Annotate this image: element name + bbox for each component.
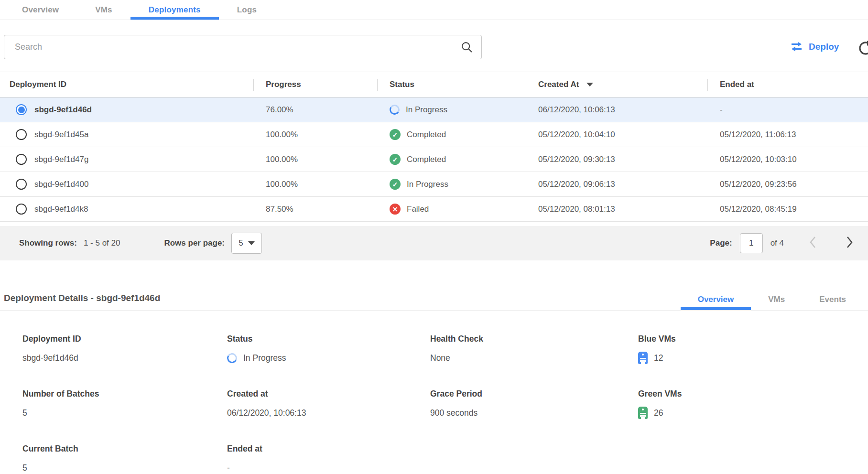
- rows-per-page-label: Rows per page:: [164, 238, 225, 248]
- progress-value: 100.00%: [253, 180, 377, 189]
- check-circle-icon: ✓: [390, 179, 401, 190]
- field-value: 06/12/2020, 10:06:13: [227, 408, 306, 418]
- progress-value: 100.00%: [253, 155, 377, 164]
- field-value: 5: [22, 463, 27, 473]
- deployment-id: sbgd-9ef1d400: [34, 180, 88, 189]
- field-status: Status In Progress: [227, 334, 430, 364]
- tab-overview[interactable]: Overview: [4, 0, 77, 20]
- row-select-radio[interactable]: [16, 204, 27, 215]
- chevron-down-icon: [248, 241, 255, 245]
- page-number-input[interactable]: [740, 233, 763, 253]
- table-row[interactable]: sbgd-9ef1d45a 100.00% ✓ Completed 05/12/…: [0, 122, 868, 147]
- created-at-value: 05/12/2020, 10:04:10: [526, 130, 707, 140]
- created-at-value: 05/12/2020, 09:30:13: [526, 155, 707, 164]
- page-label: Page:: [710, 238, 732, 248]
- vm-blue-icon: [638, 352, 648, 364]
- field-label: Ended at: [227, 444, 430, 454]
- ended-at-value: 05/12/2020, 09:23:56: [707, 180, 868, 189]
- table-row[interactable]: sbgd-9ef1d47g 100.00% ✓ Completed 05/12/…: [0, 147, 868, 172]
- row-select-radio[interactable]: [16, 154, 27, 165]
- field-value: In Progress: [243, 353, 286, 363]
- field-value: 12: [654, 353, 663, 363]
- progress-value: 87.50%: [253, 205, 377, 214]
- field-value: 26: [654, 408, 663, 418]
- deployment-details-panel: Deployment Details - sbgd-9ef1d46d Overv…: [0, 280, 868, 474]
- col-header-ended-at[interactable]: Ended at: [707, 80, 868, 89]
- status-cell: In Progress: [377, 105, 526, 115]
- progress-value: 76.00%: [253, 105, 377, 115]
- deployment-id: sbgd-9ef1d45a: [34, 130, 88, 140]
- search-icon[interactable]: [460, 41, 474, 54]
- ended-at-value: 05/12/2020, 08:45:19: [707, 205, 868, 214]
- rows-per-page-select[interactable]: 5: [231, 233, 262, 254]
- table-row[interactable]: sbgd-9ef1d46d 76.00% In Progress 06/12/2…: [0, 97, 868, 122]
- field-label: Health Check: [430, 334, 638, 344]
- field-created-at: Created at 06/12/2020, 10:06:13: [227, 389, 430, 419]
- spinner-icon: [226, 352, 239, 364]
- column-divider: [253, 79, 254, 91]
- status-label: Completed: [407, 155, 446, 164]
- row-select-radio[interactable]: [16, 129, 27, 140]
- showing-rows-label: Showing rows:: [19, 238, 77, 248]
- field-value: 5: [22, 408, 27, 418]
- ended-at-value: 05/12/2020, 10:03:10: [707, 155, 868, 164]
- field-green-vms: Green VMs 26: [638, 389, 868, 419]
- field-value: -: [227, 463, 230, 473]
- field-label: Green VMs: [638, 389, 868, 399]
- row-select-radio[interactable]: [16, 104, 27, 115]
- spinner-icon: [389, 104, 401, 116]
- status-label: Completed: [407, 130, 446, 140]
- field-label: Current Batch: [22, 444, 227, 454]
- deployment-id: sbgd-9ef1d4k8: [34, 205, 88, 214]
- status-label: Failed: [407, 205, 429, 214]
- progress-value: 100.00%: [253, 130, 377, 140]
- field-health-check: Health Check None: [430, 334, 638, 364]
- vm-green-icon: [638, 407, 648, 419]
- column-divider: [707, 79, 708, 91]
- table-row[interactable]: sbgd-9ef1d400 100.00% ✓ In Progress 05/1…: [0, 172, 868, 197]
- refresh-button[interactable]: [857, 40, 868, 56]
- details-tab-events[interactable]: Events: [802, 295, 863, 310]
- col-header-created-at[interactable]: Created At: [526, 80, 707, 89]
- table-pagination-bar: Showing rows: 1 - 5 of 20 Rows per page:…: [0, 226, 868, 260]
- details-tab-overview[interactable]: Overview: [681, 295, 751, 310]
- field-ended-at: Ended at -: [227, 444, 430, 474]
- next-page-button[interactable]: [846, 236, 854, 251]
- field-value: sbgd-9ef1d46d: [22, 353, 78, 363]
- field-grace-period: Grace Period 900 seconds: [430, 389, 638, 419]
- check-circle-icon: ✓: [390, 129, 401, 140]
- deploy-button[interactable]: Deploy: [790, 41, 839, 52]
- deploy-button-label: Deploy: [809, 42, 839, 52]
- previous-page-button[interactable]: [809, 236, 816, 251]
- field-deployment-id: Deployment ID sbgd-9ef1d46d: [22, 334, 227, 364]
- search-input[interactable]: [4, 42, 460, 52]
- col-header-progress[interactable]: Progress: [253, 80, 377, 89]
- field-label: Deployment ID: [22, 334, 227, 344]
- ended-at-value: -: [707, 105, 868, 115]
- tab-vms[interactable]: VMs: [77, 0, 130, 20]
- status-cell: ✓ Completed: [377, 129, 526, 140]
- page-total: of 4: [770, 238, 784, 248]
- details-title: Deployment Details - sbgd-9ef1d46d: [0, 293, 681, 310]
- rows-per-page-value: 5: [239, 238, 243, 248]
- deployment-id: sbgd-9ef1d47g: [34, 155, 88, 164]
- col-header-created-at-label: Created At: [538, 80, 579, 89]
- created-at-value: 05/12/2020, 08:01:13: [526, 205, 707, 214]
- table-row[interactable]: sbgd-9ef1d4k8 87.50% ✕ Failed 05/12/2020…: [0, 197, 868, 222]
- main-tab-bar: Overview VMs Deployments Logs: [0, 0, 868, 20]
- col-header-status[interactable]: Status: [377, 80, 526, 89]
- showing-rows-value: 1 - 5 of 20: [84, 238, 120, 248]
- column-divider: [526, 79, 526, 91]
- details-tab-vms[interactable]: VMs: [751, 295, 802, 310]
- col-header-deployment-id[interactable]: Deployment ID: [0, 80, 253, 89]
- table-header-row: Deployment ID Progress Status Created At…: [0, 72, 868, 97]
- tab-logs[interactable]: Logs: [219, 0, 275, 20]
- field-value: None: [430, 353, 450, 363]
- deployment-id: sbgd-9ef1d46d: [34, 105, 92, 115]
- sort-desc-icon[interactable]: [586, 83, 593, 86]
- tab-deployments[interactable]: Deployments: [130, 0, 219, 20]
- deployments-table: Deployment ID Progress Status Created At…: [0, 72, 868, 260]
- row-select-radio[interactable]: [16, 179, 27, 190]
- field-label: Blue VMs: [638, 334, 868, 344]
- deployments-toolbar: Deploy: [0, 20, 868, 72]
